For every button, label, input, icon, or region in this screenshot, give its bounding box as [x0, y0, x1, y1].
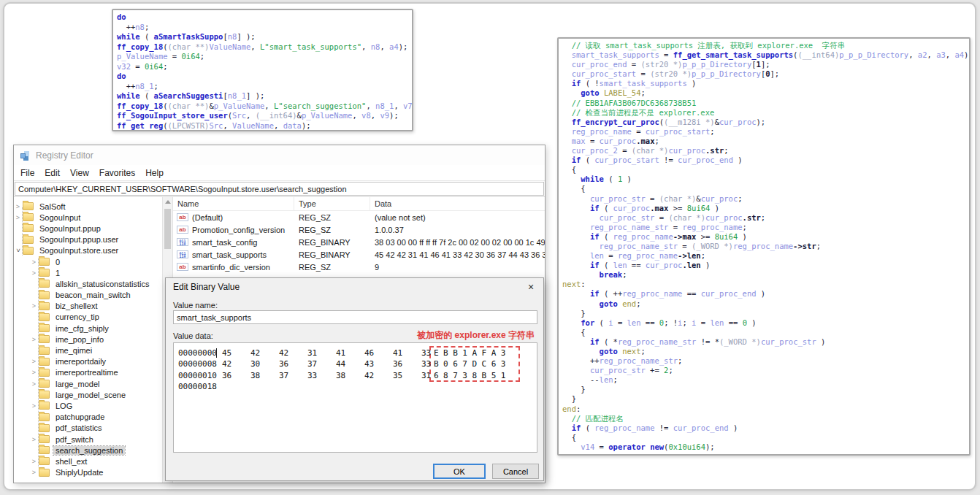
menu-item-file[interactable]: File — [15, 166, 39, 180]
value-name-text: smart_task_supports — [192, 250, 267, 259]
hex-editor[interactable]: 000000004542423141464133EBB1AFA300000008… — [173, 342, 537, 453]
value-type-cell: REG_SZ — [294, 263, 370, 272]
title-bar[interactable]: Registry Editor — [14, 145, 545, 165]
code-line: if ( ++reg_proc_name == cur_proc_end ) — [562, 289, 965, 299]
registry-value-row[interactable]: 011 110smart_task_supportsREG_BINARY45 4… — [173, 248, 545, 261]
value-type-cell: REG_SZ — [294, 226, 370, 234]
tree-item-ime_qimei[interactable]: ime_qimei — [30, 345, 162, 356]
ok-button[interactable]: OK — [433, 464, 486, 479]
chevron-right-icon[interactable]: > — [30, 380, 38, 388]
column-header-name[interactable]: Name — [173, 197, 294, 210]
chevron-right-icon[interactable]: > — [14, 203, 22, 210]
code-line: ff_copy_18((char **)ValueName, L"smart_t… — [117, 42, 408, 53]
cancel-button[interactable]: Cancel — [492, 464, 539, 479]
tree-item-currency_tip[interactable]: currency_tip — [30, 312, 162, 323]
tree-item-SogouInput.ppup[interactable]: SogouInput.ppup — [14, 223, 162, 234]
tree-item-label: search_suggestion — [53, 446, 125, 455]
chevron-right-icon[interactable]: > — [30, 369, 38, 376]
tree-item-label: LOG — [53, 402, 74, 410]
hex-byte: 42 — [218, 358, 246, 369]
edit-binary-value-dialog: Edit Binary Value × Value name: Value da… — [165, 277, 544, 481]
chevron-right-icon[interactable]: > — [14, 214, 22, 221]
registry-icon — [20, 150, 31, 160]
registry-value-row[interactable]: 011 110smart_task_configREG_BINARY38 03 … — [173, 236, 545, 248]
tree-item-large_model[interactable]: >large_model — [30, 378, 162, 389]
scrollbar-up-icon[interactable] — [165, 200, 171, 204]
chevron-right-icon[interactable]: > — [30, 269, 38, 277]
code-line: v32 = 0i64; — [117, 62, 408, 72]
tree-item-label: imereportdaily — [53, 357, 108, 366]
address-bar[interactable] — [15, 182, 544, 196]
tree-item-pdf_statistics[interactable]: pdf_statistics — [30, 423, 162, 434]
tree-item-ShiplyUpdate[interactable]: >ShiplyUpdate — [30, 467, 162, 478]
tree-item-biz_shellext[interactable]: >biz_shellext — [30, 301, 162, 312]
decompiler-snippet-write-registry: do ++n8;while ( aSmartTaskSuppo[n8] );ff… — [112, 9, 413, 131]
tree-item-beacon_main_switch[interactable]: beacon_main_switch — [30, 290, 162, 301]
code-line: if ( cur_proc_start != cur_proc_end ) — [562, 156, 965, 165]
code-line: end: — [562, 404, 965, 414]
tree-item-label: large_model_scene — [53, 391, 128, 399]
registry-value-row[interactable]: absmartinfo_dic_versionREG_SZ9 — [173, 261, 545, 273]
tree-item-ime_cfg_shiply[interactable]: ime_cfg_shiply — [30, 323, 162, 334]
folder-icon — [39, 313, 50, 321]
tree-item-pdf_switch[interactable]: >pdf_switch — [30, 434, 162, 445]
chevron-right-icon[interactable]: > — [30, 258, 38, 266]
folder-icon — [39, 358, 50, 366]
tree-item-label: allskin_statusiconstatistics — [53, 280, 151, 288]
code-line: do — [117, 12, 408, 23]
hex-byte: 42 — [360, 370, 388, 381]
column-header-data[interactable]: Data — [370, 197, 545, 210]
chevron-right-icon[interactable]: > — [30, 458, 38, 465]
chevron-right-icon[interactable]: > — [30, 469, 38, 476]
tree-item-search_suggestion[interactable]: search_suggestion — [30, 445, 162, 456]
code-line: if ( cur_proc.max >= 8ui64 ) — [562, 204, 965, 213]
value-name-cell: absmartinfo_dic_version — [173, 263, 294, 272]
tree-item-large_model_scene[interactable]: large_model_scene — [30, 389, 162, 400]
tree-item-SogouInput[interactable]: >SogouInput — [14, 212, 162, 223]
close-icon[interactable]: × — [518, 278, 543, 296]
tree-item-label: large_model — [53, 380, 102, 388]
code-line: cur_proc_str = (char *)&cur_proc; — [562, 194, 965, 204]
chevron-right-icon[interactable]: > — [30, 358, 38, 365]
chevron-right-icon[interactable]: > — [30, 302, 38, 310]
column-header-type[interactable]: Type — [294, 197, 370, 210]
tree-item-LOG[interactable]: >LOG — [30, 400, 162, 411]
menu-item-help[interactable]: Help — [140, 166, 169, 180]
tree-item-shell_ext[interactable]: >shell_ext — [30, 456, 162, 467]
tree-item-1[interactable]: >1 — [30, 267, 162, 278]
value-name-input[interactable] — [173, 310, 537, 324]
chevron-right-icon[interactable]: > — [30, 336, 38, 343]
dialog-title-bar[interactable]: Edit Binary Value — [166, 278, 543, 296]
chevron-right-icon[interactable]: > — [30, 402, 38, 410]
registry-value-row[interactable]: ab(Default)REG_SZ(value not set) — [173, 211, 545, 223]
hex-byte: 33 — [303, 370, 332, 381]
hex-address: 00000010 — [178, 370, 218, 381]
menu-item-edit[interactable]: Edit — [39, 166, 65, 180]
address-bar-row — [14, 180, 545, 197]
tree-item-SogouInput.store.user[interactable]: >SogouInput.store.user — [14, 245, 162, 256]
tree-item-SalSoft[interactable]: >SalSoft — [14, 201, 162, 212]
menu-item-favorites[interactable]: Favorites — [94, 166, 140, 180]
tree-item-SogouInput.ppup.user[interactable]: SogouInput.ppup.user — [14, 234, 162, 245]
tree-item-label: SalSoft — [37, 202, 67, 211]
tree-item-ime_pop_info[interactable]: >ime_pop_info — [30, 334, 162, 345]
code-line: { — [562, 433, 965, 442]
code-line: --len; — [562, 375, 965, 385]
hex-byte: 36 — [388, 358, 417, 369]
value-name-text: smartinfo_dic_version — [192, 263, 270, 272]
hex-byte: 35 — [388, 370, 417, 381]
tree-item-0[interactable]: >0 — [30, 256, 162, 267]
tree-item-patchupgrade[interactable]: patchupgrade — [30, 412, 162, 423]
hex-byte: 41 — [388, 348, 417, 358]
tree-item-imereportrealtime[interactable]: >imereportrealtime — [30, 367, 162, 378]
chevron-down-icon[interactable]: > — [15, 247, 22, 255]
chevron-right-icon[interactable]: > — [30, 436, 38, 443]
scrollbar-thumb[interactable] — [164, 209, 171, 249]
menu-item-view[interactable]: View — [65, 166, 94, 180]
dialog-title: Edit Binary Value — [173, 282, 240, 292]
registry-value-row[interactable]: abPromotion_config_versionREG_SZ1.0.0.37 — [173, 223, 545, 236]
folder-icon — [23, 213, 34, 221]
tree-item-imereportdaily[interactable]: >imereportdaily — [30, 356, 162, 367]
tree-item-allskin_statusiconstatistics[interactable]: allskin_statusiconstatistics — [30, 278, 162, 289]
hex-row: 000000004542423141464133EBB1AFA3 — [174, 348, 537, 358]
